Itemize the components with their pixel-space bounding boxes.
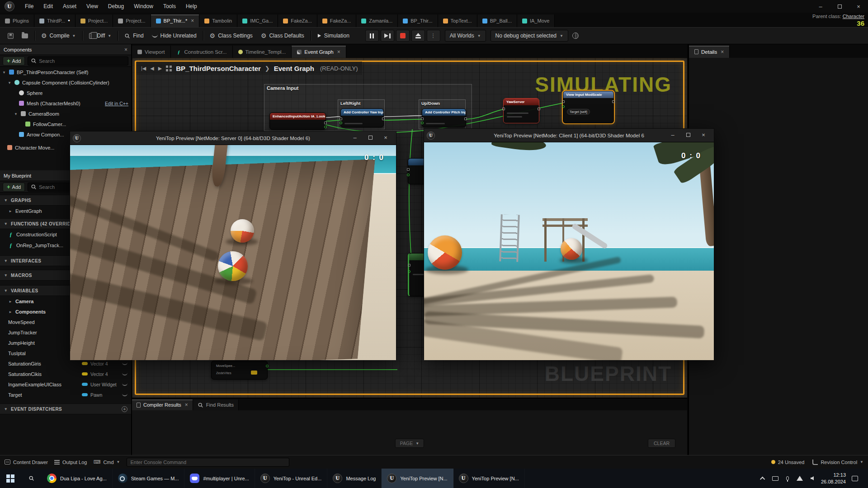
exec-pin[interactable] [407,168,410,171]
network-icon[interactable] [797,475,803,481]
stop-button[interactable] [396,30,410,42]
tab-imc-ga[interactable]: IMC_Ga... [237,14,278,27]
tab-project-2[interactable]: Project... [113,14,151,27]
taskbar-app-preview-client[interactable]: UYeniTop Preview [N... [453,469,525,488]
taskbar-app-preview-server[interactable]: UYeniTop Preview [N... [382,469,453,488]
close-icon[interactable]: × [721,49,724,55]
exec-pin[interactable] [324,122,327,124]
debug-object-dropdown[interactable]: No debug object selected▼ [491,30,568,42]
node-movespeed[interactable]: MoveSpee... ZedeVites [211,361,268,380]
tab-event-graph[interactable]: Event Graph× [292,46,346,58]
exec-pin[interactable] [464,117,467,120]
menu-asset[interactable]: Asset [58,0,81,13]
minimize-icon[interactable]: – [665,129,680,141]
exec-pin[interactable] [612,100,615,103]
components-search[interactable] [28,56,128,66]
graph-list-icon[interactable] [166,66,172,71]
console-command-input[interactable] [131,460,285,465]
component-row-mesh[interactable]: Mesh (CharacterMesh0)Edit in C++ [0,98,131,108]
tab-toptext[interactable]: TopText... [438,14,477,27]
minimize-icon[interactable]: – [811,0,830,13]
debug-world-button[interactable] [568,29,583,42]
caret-right-icon[interactable]: ▸ [8,209,13,213]
page-button[interactable]: PAGE▼ [395,439,424,448]
tab-ia-move[interactable]: IA_Move [517,14,555,27]
unsaved-button[interactable]: 24 Unsaved [771,460,805,465]
component-row-capsule[interactable]: ▾Capsule Component (CollisionCylinder) [0,77,131,88]
preview-window-server[interactable]: U YeniTop Preview [NetMode: Server 0] (6… [70,131,396,360]
caret-right-icon[interactable]: ▸ [8,310,13,314]
menu-window[interactable]: Window [129,0,158,13]
class-defaults-button[interactable]: ⚙Class Defaults [257,29,308,42]
data-pin[interactable] [340,122,342,124]
compile-button[interactable]: ⚙Compile▼ [37,29,80,42]
close-icon[interactable]: × [185,402,188,408]
revision-control-button[interactable]: Revision Control▼ [812,460,863,465]
simulation-button[interactable]: Simulation [313,29,354,42]
tab-details[interactable]: Details× [689,46,730,58]
tab-viewport[interactable]: Viewport [132,46,171,58]
tab-fakeza-1[interactable]: FakeZa... [278,14,317,27]
taskbar-app-chrome[interactable]: Dua Lipa - Love Ag... [42,469,113,488]
tab-bp-thir-2[interactable]: BP_Thir... [398,14,438,27]
caret-down-icon[interactable]: ▾ [4,407,8,411]
server-title-bar[interactable]: U YeniTop Preview [NetMode: Server 0] (6… [70,131,396,145]
forward-icon[interactable]: ▶ [158,66,162,71]
eye-closed-icon[interactable] [122,362,127,365]
jump-to-start-icon[interactable]: |◀ [141,66,146,71]
variable-row-saturationcikis[interactable]: SaturationCikisVector 4 [0,369,131,379]
tab-construction-script[interactable]: ƒConstruction Scr... [171,46,233,58]
edit-in-cpp-link[interactable]: Edit in C++ [105,101,128,106]
console-command-field[interactable] [127,458,289,467]
exec-pin[interactable] [538,108,540,110]
class-settings-button[interactable]: ⚙Class Settings [206,29,257,42]
start-button[interactable] [0,469,21,488]
component-row-root[interactable]: ▾BP_ThirdPersonCharacter (Self) [0,67,131,77]
tray-expand-icon[interactable] [760,475,767,481]
tab-plugins[interactable]: Plugins [0,14,34,27]
eye-closed-icon[interactable] [122,394,127,396]
tab-fakeza-2[interactable]: FakeZa... [317,14,356,27]
tab-bp-thirdperson-active[interactable]: BP_Thir...*× [151,14,200,27]
maximize-icon[interactable] [680,129,696,141]
eject-button[interactable] [411,30,425,42]
output-log-button[interactable]: Output Log [54,460,87,465]
microphone-icon[interactable] [784,475,791,481]
exec-pin[interactable] [502,108,505,110]
volume-icon[interactable] [809,475,816,481]
breadcrumb-current[interactable]: Event Graph [274,65,314,72]
add-blueprint-item-button[interactable]: +Add [3,183,25,192]
menu-help[interactable]: Help [181,0,202,13]
close-icon[interactable]: × [849,0,868,13]
tab-zamanla[interactable]: Zamanla... [356,14,398,27]
tab-project-1[interactable]: Project... [75,14,113,27]
exec-pin[interactable] [340,117,342,120]
caret-down-icon[interactable]: ▾ [4,273,8,277]
browse-button[interactable] [18,29,32,42]
eye-closed-icon[interactable] [122,373,127,375]
caret-down-icon[interactable]: ▾ [4,258,8,263]
close-icon[interactable]: × [696,129,711,141]
close-icon[interactable]: × [191,18,194,24]
exec-pin[interactable] [408,264,410,267]
save-button[interactable] [4,29,18,42]
content-drawer-button[interactable]: Content Drawer [5,460,48,465]
tab-thirdp[interactable]: ThirdP...• [34,14,75,27]
data-pin[interactable] [421,122,424,124]
tab-tambolin[interactable]: Tambolin [199,14,237,27]
tab-find-results[interactable]: Find Results [193,399,239,410]
data-pin[interactable] [408,270,410,273]
data-pin[interactable] [562,105,565,108]
node-add-controller-pitch[interactable]: Add Controller Pitch Input [422,108,466,127]
add-dispatcher-icon[interactable]: + [122,406,127,412]
taskbar-app-steam[interactable]: Steam Games — M... [113,469,185,488]
taskbar-app-message-log[interactable]: UMessage Log [327,469,382,488]
caret-down-icon[interactable]: ▾ [7,80,12,85]
close-icon[interactable]: × [124,47,127,53]
tab-bp-ball[interactable]: BP_Ball... [477,14,517,27]
display-icon[interactable] [772,475,779,481]
menu-tools[interactable]: Tools [158,0,181,13]
playback-more-button[interactable]: ⋮ [427,30,440,42]
node-yaw-server[interactable]: YawServer [503,98,539,123]
caret-down-icon[interactable]: ▾ [4,221,8,226]
